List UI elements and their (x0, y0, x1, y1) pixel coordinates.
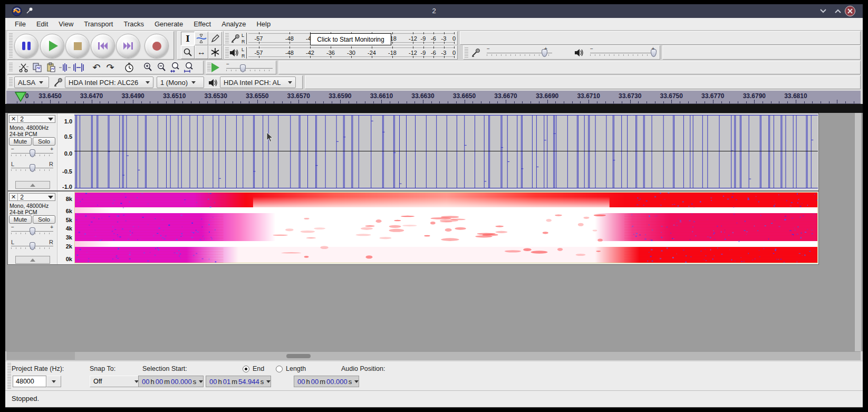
menu-edit[interactable]: Edit (31, 18, 53, 30)
menu-file[interactable]: File (9, 18, 31, 30)
menu-tracks[interactable]: Tracks (118, 18, 149, 30)
end-radio-label[interactable]: End (253, 365, 264, 372)
pan-slider[interactable]: LR (11, 240, 53, 252)
length-radio-label[interactable]: Length (286, 365, 306, 372)
pause-button[interactable] (14, 34, 38, 58)
toolbar-grip[interactable] (225, 33, 229, 43)
ruler-label: 33.6730 (619, 92, 641, 100)
selection-end-field[interactable]: 00h01m54.944s (206, 376, 271, 387)
sync-lock-button[interactable] (123, 61, 136, 74)
toolbar-grip[interactable] (225, 47, 229, 58)
audio-host-dropdown[interactable]: ALSA (14, 76, 49, 88)
fit-project-button[interactable] (183, 61, 196, 74)
zoom-out-button[interactable] (156, 61, 168, 74)
track-title-bar[interactable]: ✕ 2 (9, 193, 55, 201)
audio-position-field[interactable]: 00h00m00.000s (294, 376, 359, 387)
copy-button[interactable] (31, 61, 44, 74)
playback-volume-slider[interactable]: − + (590, 47, 655, 59)
playback-meter[interactable]: L R -57-48-42-36-30-24-18-12-9-6-30 (224, 45, 458, 60)
playback-device-dropdown[interactable]: HDA Intel PCH: AL (220, 76, 296, 88)
length-radio[interactable] (276, 366, 283, 372)
menu-effect[interactable]: Effect (188, 18, 216, 30)
toolbar-grip[interactable] (465, 47, 468, 58)
record-button[interactable] (144, 34, 169, 58)
titlebar[interactable]: 2 (5, 4, 863, 18)
track-close-button[interactable]: ✕ (9, 194, 18, 200)
toolbar-grip[interactable] (9, 33, 13, 58)
toolbar-grip[interactable] (9, 78, 13, 87)
mute-button[interactable]: Mute (9, 137, 32, 146)
project-rate-dropdown-button[interactable] (46, 376, 61, 387)
close-icon (845, 6, 855, 16)
draw-tool-button[interactable] (208, 32, 222, 45)
menu-transport[interactable]: Transport (79, 18, 118, 30)
trim-outside-selection-button[interactable] (59, 61, 71, 74)
gain-slider[interactable]: −+ (11, 147, 53, 159)
project-rate-field[interactable]: 48000 (13, 376, 46, 387)
multi-tool-button[interactable] (208, 45, 222, 59)
track-control-panel[interactable]: ✕ 2 Mono, 48000Hz 24-bit PCM Mute Solo −… (8, 191, 57, 264)
spectrogram-clip[interactable] (74, 192, 818, 263)
selection-start-field[interactable]: 00h00m00.000s (138, 376, 204, 387)
recording-device-dropdown[interactable]: HDA Intel PCH: ALC26 (65, 76, 153, 88)
skip-to-end-button[interactable] (116, 34, 140, 58)
track-title-bar[interactable]: ✕ 2 (9, 115, 55, 123)
vertical-scale-spectrogram[interactable]: 8k6k5k4k3k2k0k (57, 191, 74, 264)
silence-selection-button[interactable] (72, 61, 85, 74)
track-area[interactable]: ✕ 2 Mono, 48000Hz 24-bit PCM Mute Solo −… (5, 113, 863, 351)
track-menu-caret-icon[interactable] (48, 118, 53, 121)
toolbar-grip[interactable] (7, 363, 11, 389)
cut-button[interactable] (17, 61, 30, 74)
close-button[interactable] (845, 6, 855, 16)
end-radio[interactable] (243, 366, 249, 372)
waveform-clip[interactable] (74, 114, 818, 189)
toolbar-grip[interactable] (207, 63, 211, 72)
solo-button[interactable]: Solo (33, 215, 55, 224)
track-control-panel[interactable]: ✕ 2 Mono, 48000Hz 24-bit PCM Mute Solo −… (8, 113, 57, 190)
menu-view[interactable]: View (53, 18, 79, 30)
horizontal-scrollbar-thumb[interactable] (286, 354, 311, 358)
meter-tick (392, 56, 393, 58)
menu-help[interactable]: Help (251, 18, 276, 30)
stop-button[interactable] (65, 34, 90, 58)
track-spectrogram[interactable]: ✕ 2 Mono, 48000Hz 24-bit PCM Mute Solo −… (7, 191, 819, 265)
play-at-speed-button[interactable] (211, 63, 222, 72)
skip-to-start-button[interactable] (91, 34, 115, 58)
spectrogram-canvas[interactable] (75, 193, 817, 263)
fit-selection-button[interactable] (169, 61, 182, 74)
track-waveform[interactable]: ✕ 2 Mono, 48000Hz 24-bit PCM Mute Solo −… (7, 113, 819, 191)
zoom-tool-button[interactable] (181, 45, 195, 59)
maximize-button[interactable] (832, 6, 844, 16)
collapse-track-button[interactable] (15, 181, 50, 189)
menu-analyze[interactable]: Analyze (216, 18, 251, 30)
envelope-tool-button[interactable] (195, 32, 208, 45)
vertical-scrollbar[interactable] (854, 113, 861, 351)
redo-button[interactable]: ↷ (104, 61, 117, 74)
timeline-ruler[interactable]: 033.645033.647033.649033.651033.653033.6… (6, 91, 861, 104)
track-scale-label: 2k (66, 243, 72, 250)
mute-button[interactable]: Mute (9, 215, 32, 224)
playback-volume-thumb[interactable] (651, 49, 657, 57)
vertical-scale-waveform[interactable]: 1.00.50.0-0.5-1.0 (57, 113, 74, 190)
snap-to-dropdown[interactable]: Off (90, 376, 142, 387)
zoom-in-button[interactable] (142, 61, 155, 74)
menu-generate[interactable]: Generate (149, 18, 188, 30)
recording-channels-dropdown[interactable]: 1 (Mono) (157, 76, 204, 88)
gain-slider[interactable]: −+ (11, 225, 53, 237)
horizontal-scrollbar[interactable] (6, 351, 861, 360)
pan-slider[interactable]: LR (11, 162, 53, 174)
play-button[interactable] (40, 34, 64, 58)
undo-button[interactable]: ↶ (90, 61, 103, 74)
toolbar-grip[interactable] (9, 63, 13, 72)
waveform-canvas[interactable] (74, 114, 818, 189)
time-shift-tool-button[interactable]: ↔ (195, 45, 208, 59)
paste-button[interactable] (45, 61, 57, 74)
recording-volume-slider[interactable]: − + (487, 47, 552, 59)
track-menu-caret-icon[interactable] (48, 196, 53, 199)
minimize-button[interactable] (817, 6, 829, 16)
selection-tool-button[interactable]: I (181, 32, 195, 45)
track-close-button[interactable]: ✕ (9, 116, 18, 122)
solo-button[interactable]: Solo (33, 137, 55, 146)
collapse-track-button[interactable] (15, 256, 50, 264)
play-speed-slider[interactable]: − (226, 62, 273, 74)
